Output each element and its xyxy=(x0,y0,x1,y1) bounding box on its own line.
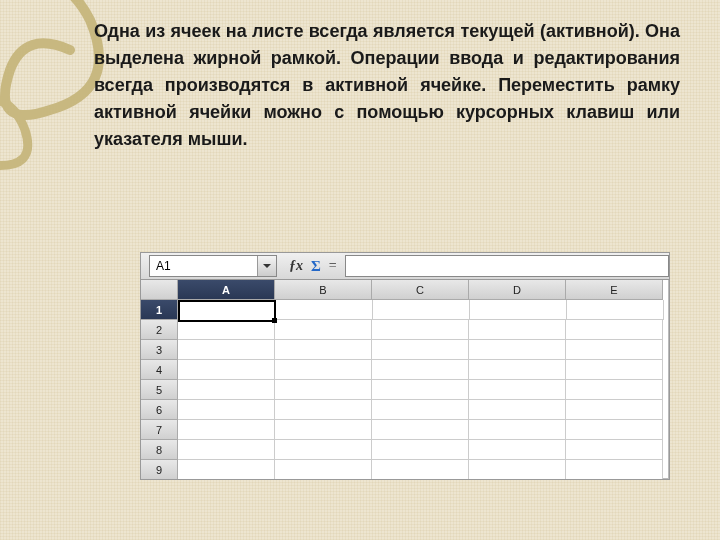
cell[interactable] xyxy=(275,420,372,440)
cell[interactable] xyxy=(372,380,469,400)
cell[interactable] xyxy=(372,360,469,380)
table-row: 8 xyxy=(141,440,669,460)
cell[interactable] xyxy=(566,380,663,400)
table-row: 9 xyxy=(141,460,669,480)
cell[interactable] xyxy=(275,400,372,420)
table-row: 2 xyxy=(141,320,669,340)
cell[interactable] xyxy=(275,440,372,460)
cell[interactable] xyxy=(469,460,566,480)
column-headers-row: A B C D E xyxy=(141,280,669,300)
cell[interactable] xyxy=(275,460,372,480)
select-all-corner[interactable] xyxy=(141,280,178,300)
cell[interactable] xyxy=(469,400,566,420)
cell[interactable] xyxy=(178,400,275,420)
cell[interactable] xyxy=(469,320,566,340)
cell[interactable] xyxy=(178,360,275,380)
cell[interactable] xyxy=(469,420,566,440)
cell[interactable] xyxy=(372,320,469,340)
table-row: 6 xyxy=(141,400,669,420)
col-header-D[interactable]: D xyxy=(469,280,566,300)
table-row: 7 xyxy=(141,420,669,440)
row-header-6[interactable]: 6 xyxy=(141,400,178,420)
cell[interactable] xyxy=(566,420,663,440)
row-header-2[interactable]: 2 xyxy=(141,320,178,340)
cell-E1[interactable] xyxy=(567,300,664,320)
cell[interactable] xyxy=(469,440,566,460)
cell[interactable] xyxy=(566,460,663,480)
cell-A1[interactable] xyxy=(178,300,276,322)
formula-input[interactable] xyxy=(345,255,669,277)
cell-B1[interactable] xyxy=(276,300,373,320)
cell[interactable] xyxy=(178,420,275,440)
cell[interactable] xyxy=(566,360,663,380)
name-box-dropdown-icon[interactable] xyxy=(257,256,276,276)
col-header-E[interactable]: E xyxy=(566,280,663,300)
cell[interactable] xyxy=(178,380,275,400)
row-header-3[interactable]: 3 xyxy=(141,340,178,360)
cell[interactable] xyxy=(178,340,275,360)
col-header-B[interactable]: B xyxy=(275,280,372,300)
table-row: 1 xyxy=(141,300,669,320)
cell[interactable] xyxy=(275,380,372,400)
table-row: 4 xyxy=(141,360,669,380)
spreadsheet-screenshot: A1 ƒx Σ = A B C D E 1 2 xyxy=(140,252,670,480)
cell[interactable] xyxy=(178,320,275,340)
col-header-A[interactable]: A xyxy=(178,280,275,300)
cell[interactable] xyxy=(372,400,469,420)
fx-icon[interactable]: ƒx xyxy=(289,258,303,274)
cell[interactable] xyxy=(372,340,469,360)
name-box-value: A1 xyxy=(156,259,171,273)
row-header-8[interactable]: 8 xyxy=(141,440,178,460)
row-header-1[interactable]: 1 xyxy=(141,300,178,320)
name-box[interactable]: A1 xyxy=(149,255,277,277)
cell[interactable] xyxy=(469,360,566,380)
main-paragraph: Одна из ячеек на листе всегда является т… xyxy=(94,18,680,153)
cell[interactable] xyxy=(566,400,663,420)
cell-C1[interactable] xyxy=(373,300,470,320)
row-header-5[interactable]: 5 xyxy=(141,380,178,400)
table-row: 3 xyxy=(141,340,669,360)
row-header-4[interactable]: 4 xyxy=(141,360,178,380)
grid-area: A B C D E 1 2 3 4 5 xyxy=(141,280,669,480)
cell[interactable] xyxy=(275,320,372,340)
cell[interactable] xyxy=(469,380,566,400)
col-header-C[interactable]: C xyxy=(372,280,469,300)
cell[interactable] xyxy=(566,440,663,460)
formula-bar-icons: ƒx Σ = xyxy=(289,258,337,275)
cell[interactable] xyxy=(372,420,469,440)
table-row: 5 xyxy=(141,380,669,400)
cell[interactable] xyxy=(275,360,372,380)
cell[interactable] xyxy=(566,320,663,340)
cell-D1[interactable] xyxy=(470,300,567,320)
cell[interactable] xyxy=(566,340,663,360)
cell[interactable] xyxy=(275,340,372,360)
row-header-7[interactable]: 7 xyxy=(141,420,178,440)
row-header-9[interactable]: 9 xyxy=(141,460,178,480)
cell[interactable] xyxy=(372,440,469,460)
cell[interactable] xyxy=(178,440,275,460)
cell[interactable] xyxy=(372,460,469,480)
cell[interactable] xyxy=(469,340,566,360)
sigma-icon[interactable]: Σ xyxy=(311,258,321,275)
cell[interactable] xyxy=(178,460,275,480)
formula-bar: A1 ƒx Σ = xyxy=(141,253,669,280)
equals-icon[interactable]: = xyxy=(329,258,337,274)
